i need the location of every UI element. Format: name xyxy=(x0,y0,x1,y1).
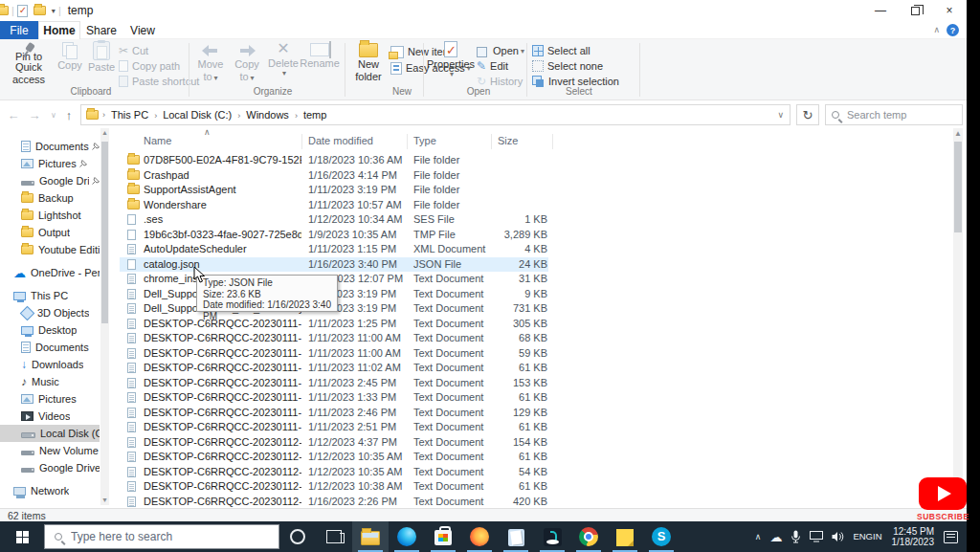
scroll-up-icon[interactable]: ▲ xyxy=(953,128,963,140)
column-header-date[interactable]: Date modified xyxy=(308,135,373,146)
select-none-button[interactable]: Select none xyxy=(532,59,603,73)
file-list-scrollbar[interactable]: ▲ ▼ xyxy=(953,128,963,508)
start-button[interactable] xyxy=(0,521,44,552)
sidebar-item-3d-objects[interactable]: 3D Objects xyxy=(0,304,100,321)
file-row[interactable]: DESKTOP-C6RRQCC-20230111-11021/11/2023 1… xyxy=(120,361,962,376)
sidebar-item-lightshot[interactable]: Lightshot xyxy=(0,207,100,224)
sidebar-item-google-drive[interactable]: Google Drive xyxy=(0,172,100,189)
move-to-button[interactable]: Move to▾ xyxy=(193,41,228,85)
back-button[interactable]: ← xyxy=(4,105,23,124)
paste-button[interactable]: Paste xyxy=(86,41,117,85)
firefox-taskbar-button[interactable] xyxy=(461,521,498,552)
column-header-name[interactable]: Name xyxy=(144,135,171,146)
breadcrumb[interactable]: › This PC›Local Disk (C:)›Windows›temp ∨ xyxy=(80,104,791,125)
folder-icon[interactable] xyxy=(0,6,9,15)
file-row[interactable]: DESKTOP-C6RRQCC-20230111-11001/11/2023 1… xyxy=(120,331,962,346)
edge-taskbar-button[interactable] xyxy=(389,521,425,552)
column-header-size[interactable]: Size xyxy=(498,135,518,146)
refresh-button[interactable]: ↻ xyxy=(796,104,819,125)
taskview-taskbar-button[interactable] xyxy=(316,521,352,552)
sidebar-item-onedrive-personal[interactable]: ☁OneDrive - Personal xyxy=(0,264,100,281)
sidebar-item-local-disk-c-[interactable]: Local Disk (C:) xyxy=(0,425,100,442)
darkapp-taskbar-button[interactable] xyxy=(534,521,570,552)
column-header-type[interactable]: Type xyxy=(413,135,436,146)
tab-file[interactable]: File xyxy=(0,21,38,39)
sidebar-item-pictures[interactable]: Pictures xyxy=(0,155,100,172)
file-row[interactable]: catalog.json1/16/2023 3:40 PMJSON File24… xyxy=(120,257,962,273)
copy-button[interactable]: Copy xyxy=(56,41,84,85)
help-button[interactable]: ? xyxy=(947,24,959,36)
minimize-button[interactable]: — xyxy=(863,0,898,21)
properties-button[interactable]: Properties ▾ xyxy=(429,41,473,85)
address-dropdown-icon[interactable]: ∨ xyxy=(777,110,784,120)
file-row[interactable]: DESKTOP-C6RRQCC-20230111-14461/11/2023 2… xyxy=(120,406,962,421)
sidebar-item-this-pc[interactable]: This PC xyxy=(0,287,100,304)
sidebar-item-documents[interactable]: Documents xyxy=(0,339,100,356)
qat-customize-icon[interactable]: ▾ xyxy=(52,7,56,15)
file-row[interactable]: Wondershare1/11/2023 10:57 AMFile folder xyxy=(120,198,962,213)
properties-qat-icon[interactable] xyxy=(17,5,28,17)
scroll-down-icon[interactable]: ▼ xyxy=(100,496,109,505)
copy-path-button[interactable]: Copy path xyxy=(119,59,180,73)
cut-button[interactable]: Cut xyxy=(119,44,148,57)
file-row[interactable]: .ses1/12/2023 10:34 AMSES File1 KB xyxy=(120,212,962,228)
edit-button[interactable]: Edit xyxy=(477,59,508,73)
action-center-icon[interactable] xyxy=(944,531,958,543)
tab-share[interactable]: Share xyxy=(80,21,122,39)
volume-tray-icon[interactable] xyxy=(832,531,844,542)
close-button[interactable]: × xyxy=(932,0,967,21)
sidebar-item-videos[interactable]: Videos xyxy=(0,408,100,425)
file-row[interactable]: AutoUpdateScheduler1/11/2023 1:15 PMXML … xyxy=(120,242,962,257)
explorer-taskbar-button[interactable] xyxy=(352,521,389,552)
file-row[interactable]: DESKTOP-C6RRQCC-20230111-1100a1/11/2023 … xyxy=(120,346,962,362)
chrome-taskbar-button[interactable] xyxy=(570,521,607,552)
scroll-up-icon[interactable]: ▲ xyxy=(100,128,109,138)
tab-home[interactable]: Home xyxy=(38,21,80,39)
sidebar-item-downloads[interactable]: ↓Downloads xyxy=(0,356,100,373)
breadcrumb-item[interactable]: temp xyxy=(301,109,328,121)
sidebar-scrollbar[interactable]: ▲ ▼ xyxy=(100,128,109,505)
breadcrumb-item[interactable]: Local Disk (C:) xyxy=(161,109,234,121)
file-row[interactable]: DESKTOP-C6RRQCC-20230112-10351/12/2023 1… xyxy=(120,450,962,465)
copy-to-button[interactable]: Copy to▾ xyxy=(230,41,264,85)
sidebar-item-new-volume-e-[interactable]: New Volume (E:) xyxy=(0,442,100,459)
up-button[interactable]: ↑ xyxy=(59,105,78,124)
youtube-play-icon[interactable] xyxy=(919,477,967,510)
breadcrumb-item[interactable]: This PC xyxy=(109,109,150,121)
file-row[interactable]: DESKTOP-C6RRQCC-20230112-10321/12/2023 4… xyxy=(120,435,962,451)
delete-button[interactable]: ✕ Delete ▾ xyxy=(266,41,301,85)
new-folder-button[interactable]: New folder xyxy=(350,41,387,85)
file-row[interactable]: 19b6c3bf-0323-4fae-9027-725e8de31c94...1… xyxy=(120,228,962,243)
sidebar-item-music[interactable]: ♪Music xyxy=(0,373,100,390)
store-taskbar-button[interactable] xyxy=(425,521,461,552)
file-row[interactable]: Crashpad1/16/2023 4:14 PMFile folder xyxy=(120,168,962,184)
taskbar-search-box[interactable] xyxy=(44,524,279,549)
sidebar-item-youtube-editing[interactable]: Youtube Editing xyxy=(0,241,100,258)
sidebar-item-documents[interactable]: Documents xyxy=(0,138,100,155)
file-row[interactable]: DESKTOP-C6RRQCC-20230112-1035a1/12/2023 … xyxy=(120,465,962,480)
display-tray-icon[interactable] xyxy=(810,531,823,542)
scrollbar-thumb[interactable] xyxy=(101,142,108,323)
skype-taskbar-button[interactable]: S xyxy=(643,521,679,552)
forward-button[interactable]: → xyxy=(25,105,44,124)
notepad-taskbar-button[interactable] xyxy=(498,521,534,552)
microphone-tray-icon[interactable] xyxy=(791,530,801,543)
sticky-taskbar-button[interactable] xyxy=(607,521,643,552)
new-folder-qat-icon[interactable] xyxy=(33,6,46,15)
sidebar-item-backup[interactable]: Backup xyxy=(0,189,100,207)
file-row[interactable]: 07D8F500-E02A-4F81-9C79-152E24F8A54...1/… xyxy=(120,153,962,168)
search-box[interactable] xyxy=(825,104,963,125)
file-row[interactable]: DESKTOP-C6RRQCC-20230111-14511/11/2023 2… xyxy=(120,420,962,435)
cortana-taskbar-button[interactable] xyxy=(279,521,316,552)
onedrive-tray-icon[interactable]: ☁ xyxy=(769,530,782,544)
file-row[interactable]: SupportAssistAgent1/11/2023 3:19 PMFile … xyxy=(120,183,962,198)
file-row[interactable]: DESKTOP-C6RRQCC-20230112-10381/12/2023 1… xyxy=(120,479,962,495)
file-row[interactable]: DESKTOP-C6RRQCC-20230111-13281/11/2023 2… xyxy=(120,376,962,391)
collapse-ribbon-icon[interactable]: ∧ xyxy=(933,25,940,34)
open-button[interactable]: Open▾ xyxy=(477,44,524,57)
sidebar-item-network[interactable]: Network xyxy=(0,482,100,499)
restore-button[interactable] xyxy=(898,0,932,21)
sidebar-item-google-drive-g-[interactable]: Google Drive (G:) xyxy=(0,459,100,476)
file-row[interactable]: DESKTOP-C6RRQCC-20230112-10391/16/2023 2… xyxy=(120,495,962,509)
rename-button[interactable]: Rename xyxy=(301,41,339,85)
